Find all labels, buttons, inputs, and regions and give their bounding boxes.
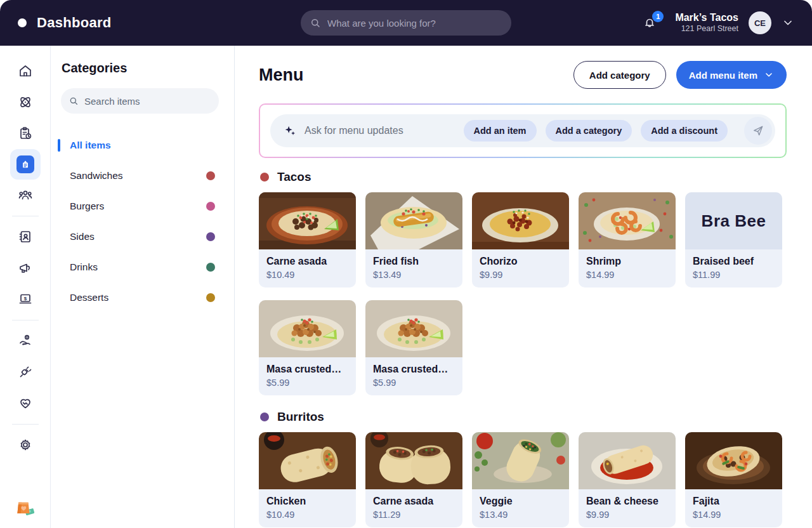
menu-item-photo (579, 192, 676, 249)
settings-icon[interactable] (10, 430, 41, 460)
active-indicator (58, 139, 60, 152)
topbar: Dashboard 1 Mark’s Tacos 121 Pearl Stree… (0, 0, 812, 46)
menu-book-icon-active[interactable] (10, 149, 41, 180)
chip-add-a-category[interactable]: Add a category (546, 120, 632, 142)
menu-item-photo (259, 432, 356, 489)
megaphone-icon[interactable] (10, 253, 41, 283)
menu-item-card[interactable]: Fajita$14.99 (685, 432, 782, 527)
send-button[interactable] (744, 117, 772, 145)
account-address: 121 Pearl Street (675, 23, 738, 34)
rail-divider (12, 216, 39, 216)
categories-title: Categories (62, 61, 234, 76)
menu-item-card[interactable]: Shrimp$14.99 (579, 192, 676, 287)
ai-assistant-banner: Ask for menu updates Add an item Add a c… (259, 103, 787, 158)
burritos-card-grid: Chicken$10.49 Carne asada$11.29 Veggie$1… (259, 432, 787, 527)
account-menu-button[interactable] (782, 16, 794, 29)
menu-item-card[interactable]: Carne asada$10.49 (259, 192, 356, 287)
menu-main: Menu Add category Add menu item Ask for … (235, 46, 812, 528)
chip-add-an-item[interactable]: Add an item (464, 120, 537, 142)
ai-prompt-field[interactable]: Ask for menu updates Add an item Add a c… (270, 114, 775, 147)
category-color-dot (206, 202, 215, 211)
customers-icon[interactable] (10, 180, 41, 210)
menu-item-photo (365, 192, 462, 249)
menu-item-card[interactable]: Bra Bee Braised beef$11.99 (685, 192, 782, 287)
category-color-dot (206, 171, 215, 180)
notification-badge: 1 (652, 11, 664, 22)
menu-book-icon (16, 155, 34, 173)
clipboard-clock-icon[interactable] (10, 118, 41, 148)
menu-item-photo (365, 432, 462, 489)
menu-item-photo (365, 300, 462, 357)
category-item-desserts[interactable]: Desserts (51, 282, 234, 313)
app-window: Dashboard 1 Mark’s Tacos 121 Pearl Stree… (0, 0, 812, 528)
promo-bag-icon[interactable] (14, 496, 37, 520)
menu-item-photo (472, 432, 569, 489)
rail-divider (12, 320, 39, 320)
add-menu-item-button[interactable]: Add menu item (676, 61, 787, 89)
brand-logo-icon[interactable] (18, 18, 27, 27)
menu-item-photo (259, 300, 356, 357)
heart-care-icon[interactable] (10, 388, 41, 418)
laptop-payments-icon[interactable]: $ (10, 284, 41, 314)
menu-item-card[interactable]: Veggie$13.49 (472, 432, 569, 527)
tacos-card-grid: Carne asada$10.49 Fried fish$13.49 Chori… (259, 192, 787, 395)
category-color-dot (206, 232, 215, 241)
account-info[interactable]: Mark’s Tacos 121 Pearl Street (675, 11, 738, 34)
svg-text:$: $ (23, 296, 27, 301)
category-item-burgers[interactable]: Burgers (51, 191, 234, 221)
categories-search[interactable] (61, 88, 219, 114)
menu-item-photo (472, 192, 569, 249)
global-search-input[interactable] (327, 18, 502, 29)
add-category-button[interactable]: Add category (573, 61, 666, 89)
search-icon (310, 17, 321, 29)
menu-item-photo (259, 192, 356, 249)
chevron-down-icon (764, 70, 774, 80)
hand-coin-icon[interactable] (10, 326, 41, 356)
menu-item-photo-placeholder: Bra Bee (685, 192, 782, 249)
sparkles-icon (283, 124, 297, 138)
menu-item-card[interactable]: Masa crusted…$5.99 (365, 300, 462, 395)
menu-item-photo (685, 432, 782, 489)
category-color-dot (206, 263, 215, 272)
category-item-sides[interactable]: Sides (51, 221, 234, 252)
section-color-dot (260, 412, 269, 421)
home-icon[interactable] (10, 56, 41, 86)
ai-prompt-placeholder: Ask for menu updates (304, 125, 403, 136)
paper-plane-icon (752, 124, 764, 137)
menu-item-card[interactable]: Bean & cheese$9.99 (579, 432, 676, 527)
global-search[interactable] (301, 10, 511, 36)
categories-list: All items Sandwiches Burgers Sides Drink… (51, 130, 234, 313)
atom-icon[interactable] (10, 87, 41, 117)
category-item-sandwiches[interactable]: Sandwiches (51, 161, 234, 191)
categories-search-input[interactable] (84, 96, 211, 107)
avatar[interactable]: CE (749, 11, 771, 34)
plug-icon[interactable] (10, 357, 41, 387)
account-name: Mark’s Tacos (675, 11, 738, 23)
menu-item-card[interactable]: Chorizo$9.99 (472, 192, 569, 287)
menu-item-card[interactable]: Fried fish$13.49 (365, 192, 462, 287)
search-icon (69, 95, 79, 107)
categories-panel: Categories All items Sandwiches Burgers … (51, 46, 235, 528)
icon-rail: $ (0, 46, 51, 528)
menu-item-photo (579, 432, 676, 489)
contacts-icon[interactable] (10, 221, 41, 252)
rail-divider (12, 424, 39, 425)
menu-title: Menu (259, 65, 304, 85)
category-color-dot (206, 293, 215, 302)
menu-item-card[interactable]: Chicken$10.49 (259, 432, 356, 527)
menu-item-card[interactable]: Carne asada$11.29 (365, 432, 462, 527)
section-color-dot (260, 173, 269, 182)
chevron-down-icon (782, 16, 794, 29)
menu-item-card[interactable]: Masa crusted…$5.99 (259, 300, 356, 395)
category-item-drinks[interactable]: Drinks (51, 252, 234, 282)
page-title: Dashboard (37, 15, 112, 31)
section-header-tacos: Tacos (260, 171, 787, 183)
section-header-burritos: Burritos (260, 411, 787, 423)
notifications-button[interactable]: 1 (642, 15, 658, 31)
category-item-all-items[interactable]: All items (51, 130, 234, 161)
chip-add-a-discount[interactable]: Add a discount (641, 120, 728, 142)
